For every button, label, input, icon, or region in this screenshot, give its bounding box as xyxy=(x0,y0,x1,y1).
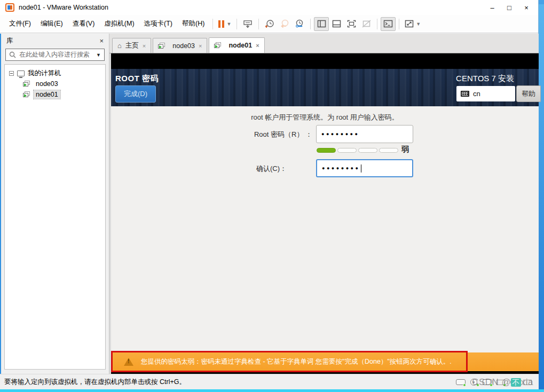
unity-button[interactable] xyxy=(359,17,374,31)
vmware-logo-icon xyxy=(5,3,14,12)
password-dots: ●●●●●●●● xyxy=(321,131,360,137)
password-dots: ●●●●●●●● xyxy=(322,166,360,171)
fullscreen-icon xyxy=(347,20,356,28)
keyboard-layout-selector[interactable]: cn xyxy=(456,86,515,101)
root-password-input[interactable]: ●●●●●●●● xyxy=(316,125,413,143)
tree-item-label: 我的计算机 xyxy=(28,69,61,78)
tab-close-icon[interactable]: × xyxy=(143,43,146,49)
revert-snapshot-button[interactable] xyxy=(277,17,292,31)
strength-segment xyxy=(337,148,357,153)
show-library-button[interactable] xyxy=(314,17,329,31)
vm-running-icon xyxy=(23,91,30,98)
show-library-icon xyxy=(317,20,326,28)
free-stretch-icon xyxy=(405,20,414,28)
library-panel: 库 × 在此处键入内容进行搜索 ▼ 我的计算机 node03 node xyxy=(0,34,109,374)
library-close-icon[interactable]: × xyxy=(99,37,104,45)
close-button[interactable]: × xyxy=(518,1,535,14)
root-password-label: Root 密码（R） ： xyxy=(254,130,312,139)
installer-title: CENTOS 7 安装 xyxy=(456,74,514,84)
status-bar: 要将输入定向到该虚拟机，请在虚拟机内部单击或按 Ctrl+G。 CSDN @不x… xyxy=(0,374,539,390)
tab-home[interactable]: ⌂ 主页 × xyxy=(112,38,151,53)
menu-view[interactable]: 查看(V) xyxy=(68,17,100,30)
strength-segment xyxy=(317,148,336,153)
take-snapshot-button[interactable] xyxy=(262,17,277,31)
toolbar-separator xyxy=(212,19,213,29)
vmware-window: node01 - VMware Workstation – □ × 文件(F) … xyxy=(0,0,539,390)
toolbar-separator xyxy=(258,19,259,29)
confirm-password-label: 确认(C)： xyxy=(256,164,287,174)
tab-label: 主页 xyxy=(125,41,139,50)
fullscreen-button[interactable] xyxy=(344,17,359,31)
vm-running-icon xyxy=(158,43,165,49)
vm-black-strip xyxy=(111,53,539,69)
take-snapshot-icon xyxy=(265,19,274,28)
password-strength-meter xyxy=(317,148,398,153)
menu-vm[interactable]: 虚拟机(M) xyxy=(99,17,139,30)
collapse-icon[interactable] xyxy=(9,71,14,76)
tab-node01[interactable]: node01 × xyxy=(209,37,264,53)
vm-running-icon xyxy=(214,42,222,49)
toolbar-separator xyxy=(399,19,399,29)
menu-tabs[interactable]: 选项卡(T) xyxy=(139,17,177,30)
device-status-icons: CSDN @不xia xyxy=(456,379,532,386)
vm-console-screen[interactable]: ROOT 密码 完成(D) CENTOS 7 安装 cn 帮助 root 帐户用… xyxy=(111,53,539,374)
status-message: 要将输入定向到该虚拟机，请在虚拟机内部单击或按 Ctrl+G。 xyxy=(4,378,186,387)
unity-icon xyxy=(362,20,371,28)
tab-bar: ⌂ 主页 × node03 × node01 × xyxy=(109,34,539,53)
tree-item-node01[interactable]: node01 xyxy=(5,89,105,100)
desktop-background-strip xyxy=(0,389,544,392)
warning-icon xyxy=(124,358,133,366)
manage-snapshots-button[interactable] xyxy=(292,17,307,31)
pause-button[interactable]: ▼ xyxy=(216,17,233,31)
keyboard-layout-label: cn xyxy=(473,90,480,98)
title-bar: node01 - VMware Workstation – □ × xyxy=(0,0,538,15)
console-view-button[interactable] xyxy=(381,17,396,31)
library-title: 库 xyxy=(6,36,13,45)
search-dropdown-icon[interactable]: ▼ xyxy=(96,52,101,58)
computer-icon xyxy=(17,70,25,76)
keyboard-icon xyxy=(461,91,469,97)
confirm-password-input[interactable]: ●●●●●●●● xyxy=(316,159,413,177)
menu-bar: 文件(F) 编辑(E) 查看(V) 虚拟机(M) 选项卡(T) 帮助(H) ▼ xyxy=(0,15,538,33)
installer-body: root 帐户用于管理系统。为 root 用户输入密码。 Root 密码（R） … xyxy=(111,106,539,352)
csdn-watermark: CSDN @不xia xyxy=(472,377,533,388)
text-cursor xyxy=(361,164,361,173)
toolbar-separator xyxy=(236,19,237,29)
maximize-button[interactable]: □ xyxy=(501,1,518,14)
library-search-input[interactable]: 在此处键入内容进行搜索 ▼ xyxy=(5,49,105,61)
tree-item-node03[interactable]: node03 xyxy=(5,79,105,89)
tab-node03[interactable]: node03 × xyxy=(153,38,207,53)
free-stretch-button[interactable]: ▼ xyxy=(403,17,423,31)
instruction-text: root 帐户用于管理系统。为 root 用户输入密码。 xyxy=(111,113,539,122)
installer-header: ROOT 密码 完成(D) CENTOS 7 安装 cn 帮助 xyxy=(111,69,539,106)
warning-bar: 您提供的密码太弱：密码未通过字典检查 - 它基于字典单词 您需要按"完成（Don… xyxy=(111,352,539,371)
send-ctrl-alt-del-button[interactable] xyxy=(240,17,255,31)
strength-segment xyxy=(358,148,377,153)
send-ctrl-alt-del-icon xyxy=(243,20,253,28)
toolbar-separator xyxy=(310,19,311,29)
menu-edit[interactable]: 编辑(E) xyxy=(36,17,68,30)
tab-label: node03 xyxy=(172,42,195,50)
show-thumbnail-bar-button[interactable] xyxy=(329,17,344,31)
console-view-icon xyxy=(383,20,393,28)
menu-help[interactable]: 帮助(H) xyxy=(177,17,209,30)
pause-icon xyxy=(218,20,224,28)
warning-message: 您提供的密码太弱：密码未通过字典检查 - 它基于字典单词 您需要按"完成（Don… xyxy=(141,357,452,366)
revert-snapshot-icon xyxy=(280,19,289,28)
vm-running-icon xyxy=(23,81,30,87)
home-icon: ⌂ xyxy=(117,42,122,50)
window-title: node01 - VMware Workstation xyxy=(19,4,108,11)
minimize-button[interactable]: – xyxy=(484,1,501,14)
hard-disk-icon[interactable] xyxy=(456,379,466,386)
help-button[interactable]: 帮助 xyxy=(516,85,541,102)
tab-close-icon[interactable]: × xyxy=(199,43,202,49)
search-placeholder: 在此处键入内容进行搜索 xyxy=(19,50,96,59)
tree-item-label: node03 xyxy=(36,80,58,88)
menu-file[interactable]: 文件(F) xyxy=(4,17,36,30)
page-title: ROOT 密码 xyxy=(115,74,159,84)
toolbar-separator xyxy=(377,19,377,29)
tree-item-my-computer[interactable]: 我的计算机 xyxy=(5,68,105,79)
tab-close-icon[interactable]: × xyxy=(256,42,259,49)
library-tree: 我的计算机 node03 node01 xyxy=(4,64,106,370)
done-button[interactable]: 完成(D) xyxy=(115,85,156,103)
